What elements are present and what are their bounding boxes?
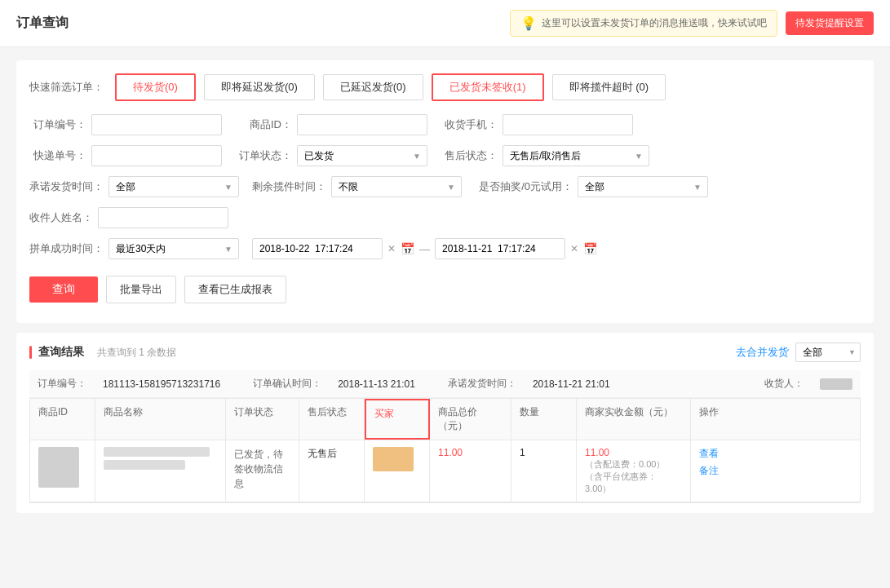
tab-soon-late[interactable]: 即将延迟发货(0)	[204, 74, 315, 100]
express-no-label: 快递单号：	[29, 148, 86, 163]
notification-text: 💡 这里可以设置未发货订单的消息推送哦，快来试试吧	[510, 10, 777, 37]
action-view[interactable]: 查看	[699, 447, 719, 461]
filter-section: 快速筛选订单： 待发货(0) 即将延迟发货(0) 已延迟发货(0) 已发货未签收…	[16, 60, 874, 323]
promise-time-wrapper: 全部	[108, 176, 239, 197]
tab-delayed[interactable]: 已延迟发货(0)	[323, 74, 423, 100]
after-sales-wrapper: 无售后/取消售后	[503, 145, 649, 166]
tab-soon-exceed[interactable]: 即将揽件超时 (0)	[552, 74, 666, 100]
th-action: 操作	[691, 399, 756, 440]
page-header: 订单查询 💡 这里可以设置未发货订单的消息推送哦，快来试试吧 待发货提醒设置	[0, 0, 890, 47]
cell-product-name	[95, 440, 226, 502]
form-item-remain-time: 剩余揽件时间： 不限	[252, 176, 462, 197]
th-product-id: 商品ID	[30, 399, 95, 440]
receiver-info-label: 收货人：	[764, 377, 804, 391]
th-merchant-amount: 商家实收金额（元）	[577, 399, 691, 440]
group-time-select[interactable]: 最近30天内	[108, 238, 239, 259]
quantity-value: 1	[520, 447, 525, 458]
date-separator: —	[419, 243, 430, 255]
remain-time-wrapper: 不限	[331, 176, 462, 197]
order-status-label: 订单状态：	[235, 148, 292, 163]
notification-button[interactable]: 待发货提醒设置	[786, 11, 874, 35]
date-clear-end[interactable]: ✕	[570, 243, 578, 254]
order-no-info-value: 181113-158195713231716	[103, 378, 220, 390]
receiver-name-input[interactable]	[98, 207, 228, 228]
total-price-value: 11.00	[438, 447, 463, 458]
result-actions: 去合并发货 全部	[736, 343, 861, 362]
search-button[interactable]: 查询	[29, 276, 98, 303]
confirm-time-value: 2018-11-13 21:01	[338, 378, 415, 390]
form-item-express-no: 快递单号：	[29, 145, 222, 166]
group-time-wrapper: 最近30天内	[108, 238, 239, 259]
form-item-receiver-phone: 收货手机：	[441, 114, 633, 135]
th-buyer: 买家	[365, 399, 430, 440]
remain-time-select[interactable]: 不限	[331, 176, 462, 197]
form-item-group-time: 拼单成功时间： 最近30天内	[29, 238, 239, 259]
date-clear-start[interactable]: ✕	[387, 243, 396, 254]
lottery-select[interactable]: 全部	[578, 176, 708, 197]
form-row-3: 承诺发货时间： 全部 剩余揽件时间： 不限	[29, 176, 861, 197]
result-title-text: 查询结果	[38, 345, 84, 360]
main-content: 快速筛选订单： 待发货(0) 即将延迟发货(0) 已延迟发货(0) 已发货未签收…	[0, 47, 890, 526]
export-button[interactable]: 批量导出	[106, 276, 176, 303]
cell-total-price: 11.00	[430, 440, 511, 502]
quick-filter-label: 快速筛选订单：	[29, 80, 104, 95]
form-row-4: 收件人姓名：	[29, 207, 861, 228]
order-status-wrapper: 已发货	[297, 145, 427, 166]
cell-after-sales: 无售后	[299, 440, 365, 502]
form-item-promise-time: 承诺发货时间： 全部	[29, 176, 239, 197]
notification-message: 这里可以设置未发货订单的消息推送哦，快来试试吧	[542, 16, 767, 30]
th-product-name: 商品名称	[95, 399, 226, 440]
th-after-sales: 售后状态	[299, 399, 365, 440]
result-filter-select[interactable]: 全部	[795, 343, 861, 362]
notification-icon: 💡	[520, 15, 537, 31]
promise-time-info-value: 2018-11-21 21:01	[533, 378, 610, 390]
form-row-5: 拼单成功时间： 最近30天内 ✕ 📅 — ✕ 📅	[29, 238, 861, 259]
cell-order-status: 已发货，待签收物流信息	[226, 440, 299, 502]
order-status-select[interactable]: 已发货	[297, 145, 427, 166]
result-title: 查询结果 共查询到 1 余数据	[29, 345, 176, 360]
buyer-image	[373, 447, 414, 471]
receiver-name-label: 收件人姓名：	[29, 210, 93, 225]
receiver-phone-label: 收货手机：	[441, 117, 498, 132]
after-sales-value: 无售后	[308, 447, 337, 461]
tab-unsigned[interactable]: 已发货未签收(1)	[432, 73, 544, 101]
page-title: 订单查询	[16, 15, 69, 32]
form-item-product-id: 商品ID：	[235, 114, 427, 135]
cell-action: 查看 备注	[691, 440, 756, 502]
product-name-blur2	[104, 460, 185, 470]
tab-pending[interactable]: 待发货(0)	[115, 73, 196, 101]
product-image	[38, 447, 79, 488]
notification-banner: 💡 这里可以设置未发货订单的消息推送哦，快来试试吧 待发货提醒设置	[510, 10, 874, 37]
table-row: 已发货，待签收物流信息 无售后 11.00 1 11.00	[30, 440, 860, 502]
order-no-input[interactable]	[91, 114, 222, 135]
calendar-end-icon[interactable]: 📅	[583, 242, 597, 255]
product-id-label: 商品ID：	[235, 117, 292, 132]
receiver-phone-input[interactable]	[503, 114, 633, 135]
form-row-2: 快递单号： 订单状态： 已发货 售后状态： 无售后/取消售后	[29, 145, 861, 166]
after-sales-select[interactable]: 无售后/取消售后	[503, 145, 649, 166]
form-item-order-status: 订单状态： 已发货	[235, 145, 427, 166]
date-start-input[interactable]	[252, 238, 383, 259]
product-id-input[interactable]	[297, 114, 427, 135]
lottery-wrapper: 全部	[578, 176, 708, 197]
th-total-price: 商品总价（元）	[430, 399, 511, 440]
action-note[interactable]: 备注	[699, 464, 719, 478]
view-report-button[interactable]: 查看已生成报表	[184, 276, 286, 303]
cell-product-id	[30, 440, 95, 502]
form-row-1: 订单编号： 商品ID： 收货手机：	[29, 114, 861, 135]
merchant-amount-value: 11.00	[585, 447, 609, 458]
promise-time-select[interactable]: 全部	[108, 176, 239, 197]
order-status-value: 已发货，待签收物流信息	[234, 447, 290, 491]
product-name-blur	[104, 447, 210, 457]
calendar-start-icon[interactable]: 📅	[401, 242, 414, 255]
promise-time-label: 承诺发货时间：	[29, 179, 104, 194]
date-end-input[interactable]	[435, 238, 565, 259]
merge-button[interactable]: 去合并发货	[736, 345, 789, 360]
result-header: 查询结果 共查询到 1 余数据 去合并发货 全部	[29, 343, 861, 362]
table-body: 已发货，待签收物流信息 无售后 11.00 1 11.00	[29, 440, 861, 503]
order-no-label: 订单编号：	[29, 117, 86, 132]
express-no-input[interactable]	[91, 145, 222, 166]
receiver-value	[820, 378, 852, 390]
result-filter-wrapper: 全部	[795, 343, 861, 362]
result-title-bar	[29, 346, 32, 359]
